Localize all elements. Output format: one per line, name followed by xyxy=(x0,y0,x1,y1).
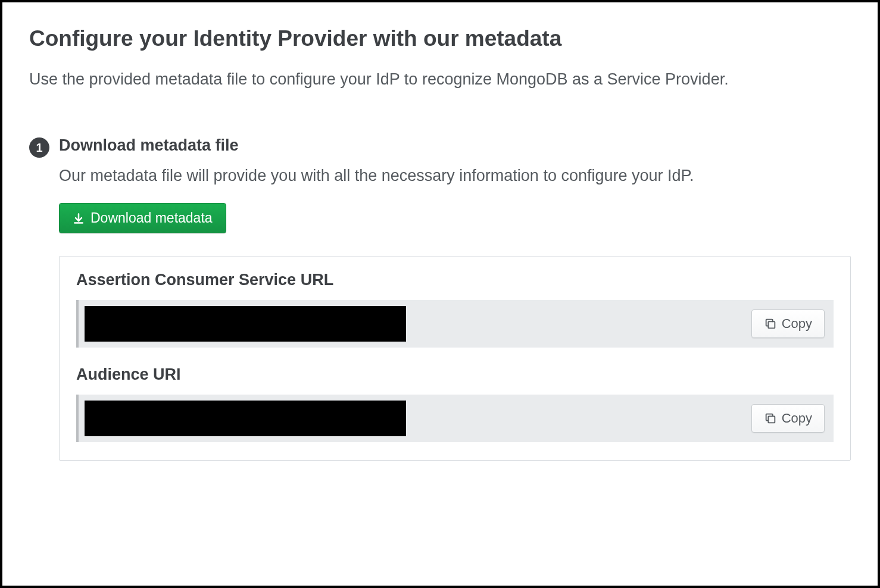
acs-url-field-group: Assertion Consumer Service URL Copy xyxy=(76,271,834,348)
acs-url-value-row: Copy xyxy=(76,300,834,348)
audience-uri-copy-label: Copy xyxy=(782,411,812,426)
audience-uri-copy-button[interactable]: Copy xyxy=(751,404,825,433)
acs-url-copy-label: Copy xyxy=(782,316,812,331)
step-number-badge: 1 xyxy=(29,137,49,158)
acs-url-value-redacted xyxy=(85,306,406,342)
step-content: Download metadata file Our metadata file… xyxy=(59,136,851,461)
metadata-panel: Assertion Consumer Service URL Copy xyxy=(59,256,851,461)
page-title: Configure your Identity Provider with ou… xyxy=(29,26,851,51)
step-title: Download metadata file xyxy=(59,136,851,155)
step-description: Our metadata file will provide you with … xyxy=(59,167,851,185)
audience-uri-value-redacted xyxy=(85,401,406,436)
copy-icon xyxy=(764,412,777,425)
svg-rect-0 xyxy=(768,321,775,328)
acs-url-label: Assertion Consumer Service URL xyxy=(76,271,834,289)
download-icon xyxy=(73,212,85,224)
audience-uri-field-group: Audience URI Copy xyxy=(76,365,834,442)
page-description: Use the provided metadata file to config… xyxy=(29,70,851,89)
svg-rect-1 xyxy=(768,416,775,423)
copy-icon xyxy=(764,317,777,330)
audience-uri-label: Audience URI xyxy=(76,365,834,384)
audience-uri-value-row: Copy xyxy=(76,395,834,442)
download-metadata-button[interactable]: Download metadata xyxy=(59,203,226,233)
step-container: 1 Download metadata file Our metadata fi… xyxy=(29,136,851,461)
acs-url-copy-button[interactable]: Copy xyxy=(751,309,825,338)
download-button-label: Download metadata xyxy=(91,210,213,226)
